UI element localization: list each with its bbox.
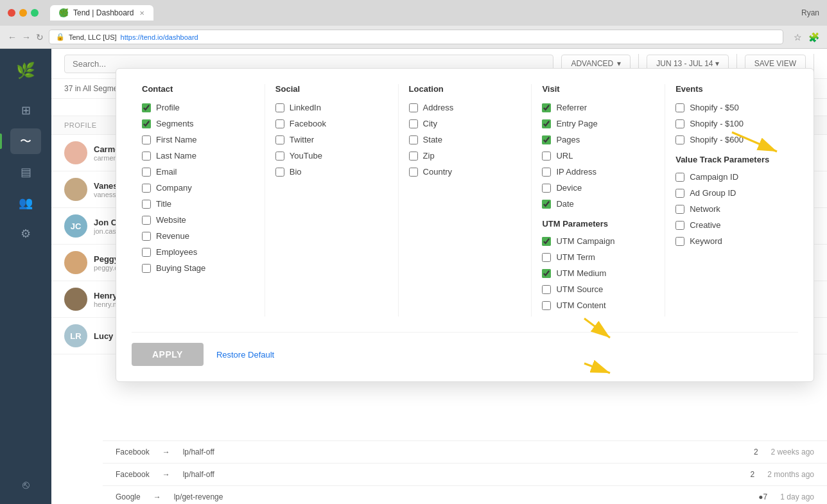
utm-item-content[interactable]: UTM Content: [542, 300, 654, 310]
utm-item-campaign[interactable]: UTM Campaign: [542, 236, 654, 246]
vt-item-adgroupid[interactable]: Ad Group ID: [675, 188, 788, 198]
visit-item-entrypage[interactable]: Entry Page: [542, 119, 654, 128]
website-checkbox[interactable]: [142, 216, 151, 225]
contact-item-segments[interactable]: Segments: [142, 119, 254, 128]
sidebar-item-documents[interactable]: ▤: [10, 159, 41, 185]
campaignid-checkbox[interactable]: [675, 173, 684, 182]
visit-item-url[interactable]: URL: [542, 151, 654, 161]
company-checkbox[interactable]: [142, 184, 151, 193]
social-item-bio[interactable]: Bio: [275, 167, 388, 177]
revenue-checkbox[interactable]: [142, 232, 151, 241]
sidebar-item-dashboard[interactable]: ⊞: [10, 98, 41, 123]
extensions-icon[interactable]: 🧩: [808, 32, 819, 42]
location-item-city[interactable]: City: [409, 119, 521, 128]
twitter-checkbox[interactable]: [275, 135, 284, 144]
vt-item-keyword[interactable]: Keyword: [675, 236, 788, 246]
zip-checkbox[interactable]: [409, 152, 418, 161]
email-checkbox[interactable]: [142, 168, 151, 177]
date-checkbox[interactable]: [542, 200, 551, 209]
utm-term-checkbox[interactable]: [542, 253, 551, 262]
vt-item-campaignid[interactable]: Campaign ID: [675, 172, 788, 182]
location-item-country[interactable]: Country: [409, 167, 521, 177]
profile-checkbox[interactable]: [142, 103, 151, 112]
keyword-checkbox[interactable]: [675, 237, 684, 246]
visit-item-device[interactable]: Device: [542, 183, 654, 193]
active-tab[interactable]: 🌿 Tend | Dashboard ✕: [50, 5, 153, 21]
close-button[interactable]: [8, 9, 15, 17]
address-checkbox[interactable]: [409, 103, 418, 112]
restore-default-button[interactable]: Restore Default: [216, 350, 274, 360]
device-checkbox[interactable]: [542, 184, 551, 193]
reload-button[interactable]: ↻: [36, 32, 44, 42]
contact-item-website[interactable]: Website: [142, 215, 254, 225]
referrer-checkbox[interactable]: [542, 103, 551, 112]
url-checkbox[interactable]: [542, 152, 551, 161]
events-item-shopify100[interactable]: Shopify - $100: [675, 119, 788, 128]
entrypage-checkbox[interactable]: [542, 119, 551, 128]
network-checkbox[interactable]: [675, 205, 684, 214]
sidebar-item-activity[interactable]: 〜: [10, 128, 41, 154]
creative-checkbox[interactable]: [675, 221, 684, 230]
sidebar-item-logout[interactable]: ⎋: [10, 472, 41, 498]
shopify600-checkbox[interactable]: [675, 135, 684, 144]
social-item-twitter[interactable]: Twitter: [275, 135, 388, 144]
events-item-shopify600[interactable]: Shopify - $600: [675, 135, 788, 144]
address-bar[interactable]: 🔒 Tend, LLC [US] https://tend.io/dashboa…: [49, 30, 783, 44]
forward-button[interactable]: →: [22, 32, 31, 42]
contact-item-title[interactable]: Title: [142, 199, 254, 209]
bookmark-icon[interactable]: ☆: [794, 32, 802, 42]
contact-item-revenue[interactable]: Revenue: [142, 231, 254, 241]
visit-item-referrer[interactable]: Referrer: [542, 103, 654, 112]
tab-close-icon[interactable]: ✕: [139, 10, 144, 17]
buyingstage-checkbox[interactable]: [142, 264, 151, 273]
utm-medium-checkbox[interactable]: [542, 269, 551, 278]
location-item-address[interactable]: Address: [409, 103, 521, 112]
vt-item-creative[interactable]: Creative: [675, 220, 788, 230]
ipaddress-checkbox[interactable]: [542, 168, 551, 177]
city-checkbox[interactable]: [409, 119, 418, 128]
back-button[interactable]: ←: [8, 32, 17, 42]
sidebar-item-settings[interactable]: ⚙: [10, 221, 41, 247]
country-checkbox[interactable]: [409, 168, 418, 177]
social-item-youtube[interactable]: YouTube: [275, 151, 388, 161]
facebook-checkbox[interactable]: [275, 119, 284, 128]
shopify50-checkbox[interactable]: [675, 103, 684, 112]
lastname-checkbox[interactable]: [142, 152, 151, 161]
shopify100-checkbox[interactable]: [675, 119, 684, 128]
minimize-button[interactable]: [19, 9, 27, 17]
social-item-linkedin[interactable]: LinkedIn: [275, 103, 388, 112]
firstname-checkbox[interactable]: [142, 135, 151, 144]
utm-campaign-checkbox[interactable]: [542, 237, 551, 246]
title-checkbox[interactable]: [142, 200, 151, 209]
visit-item-ipaddress[interactable]: IP Address: [542, 167, 654, 177]
utm-item-medium[interactable]: UTM Medium: [542, 268, 654, 278]
social-item-facebook[interactable]: Facebook: [275, 119, 388, 128]
contact-item-lastname[interactable]: Last Name: [142, 151, 254, 161]
pages-checkbox[interactable]: [542, 135, 551, 144]
sidebar-item-contacts[interactable]: 👥: [10, 190, 41, 216]
utm-item-source[interactable]: UTM Source: [542, 284, 654, 294]
contact-item-company[interactable]: Company: [142, 183, 254, 193]
segments-checkbox[interactable]: [142, 119, 151, 128]
maximize-button[interactable]: [31, 9, 39, 17]
utm-source-checkbox[interactable]: [542, 285, 551, 294]
apply-button[interactable]: APPLY: [132, 343, 204, 366]
linkedin-checkbox[interactable]: [275, 103, 284, 112]
visit-item-pages[interactable]: Pages: [542, 135, 654, 144]
adgroupid-checkbox[interactable]: [675, 189, 684, 198]
utm-content-checkbox[interactable]: [542, 301, 551, 310]
contact-item-employees[interactable]: Employees: [142, 247, 254, 257]
utm-item-term[interactable]: UTM Term: [542, 252, 654, 262]
state-checkbox[interactable]: [409, 135, 418, 144]
bio-checkbox[interactable]: [275, 168, 284, 177]
employees-checkbox[interactable]: [142, 248, 151, 257]
location-item-state[interactable]: State: [409, 135, 521, 144]
contact-item-email[interactable]: Email: [142, 167, 254, 177]
youtube-checkbox[interactable]: [275, 152, 284, 161]
location-item-zip[interactable]: Zip: [409, 151, 521, 161]
events-item-shopify50[interactable]: Shopify - $50: [675, 103, 788, 112]
vt-item-network[interactable]: Network: [675, 204, 788, 214]
contact-item-profile[interactable]: Profile: [142, 103, 254, 112]
contact-item-buyingstage[interactable]: Buying Stage: [142, 263, 254, 273]
visit-item-date[interactable]: Date: [542, 199, 654, 209]
